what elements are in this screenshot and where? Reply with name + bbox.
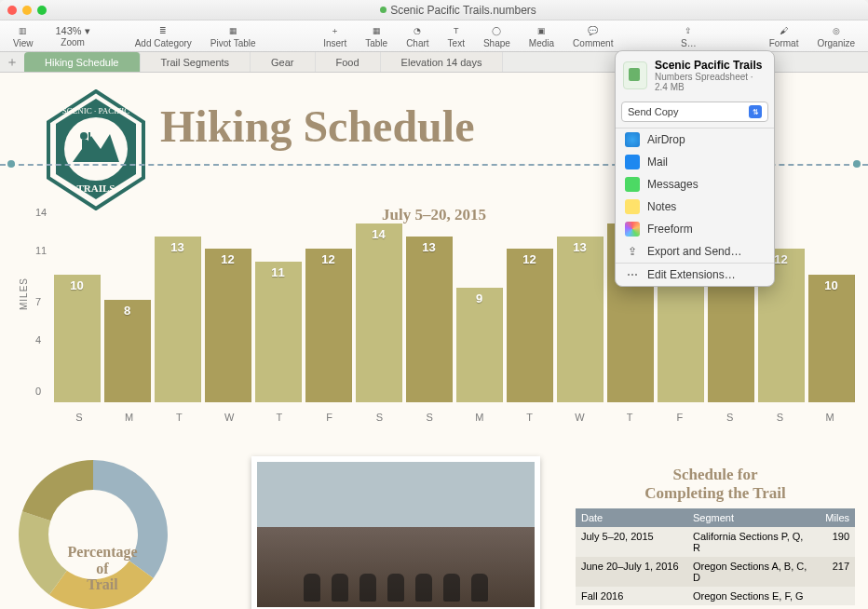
- guide-handle-right[interactable]: [853, 160, 861, 168]
- sheet-tab[interactable]: Hiking Schedule: [24, 52, 141, 72]
- schedule-table[interactable]: Date Segment Miles July 5–20, 2015Califo…: [576, 508, 855, 605]
- chart-bar[interactable]: 13: [557, 237, 604, 402]
- svg-point-1: [80, 132, 88, 140]
- window-minimize-button[interactable]: [22, 6, 32, 15]
- pivot-icon: ▦: [225, 23, 240, 38]
- table-row[interactable]: July 5–20, 2015California Sections P, Q,…: [576, 527, 855, 557]
- chart-bar[interactable]: 12: [305, 249, 352, 402]
- format-icon: 🖌: [777, 23, 792, 38]
- beach-photo[interactable]: [251, 456, 540, 609]
- bar-value-label: 10: [824, 278, 837, 292]
- chart-bar[interactable]: 12: [205, 249, 251, 402]
- table-button[interactable]: ▦ Table: [358, 23, 395, 48]
- x-tick: S: [54, 412, 104, 423]
- share-freeform[interactable]: Freeform: [616, 218, 774, 240]
- airdrop-icon: [625, 132, 640, 147]
- bar-value-label: 12: [321, 252, 334, 266]
- table-row[interactable]: June 20–July 1, 2016Oregon Sections A, B…: [576, 557, 855, 587]
- add-category-button[interactable]: ≣ Add Category: [128, 23, 199, 48]
- bar-value-label: 13: [422, 240, 435, 254]
- organize-button[interactable]: ◎ Organize: [809, 23, 862, 48]
- cell-date[interactable]: July 5–20, 2015: [576, 527, 687, 557]
- col-header-date[interactable]: Date: [576, 508, 687, 527]
- pie-chart[interactable]: Percentage of Trail: [9, 451, 196, 609]
- media-button[interactable]: ▣ Media: [522, 23, 562, 48]
- cell-miles[interactable]: 217: [814, 557, 855, 587]
- organize-icon: ◎: [829, 23, 844, 38]
- share-edit-extensions[interactable]: ⋯Edit Extensions…: [616, 264, 774, 286]
- col-header-miles[interactable]: Miles: [814, 508, 855, 527]
- chart-button[interactable]: ◔ Chart: [399, 23, 436, 48]
- share-messages[interactable]: Messages: [616, 173, 774, 196]
- cell-date[interactable]: Fall 2016: [576, 587, 687, 605]
- bar-value-label: 11: [271, 265, 284, 279]
- chart-y-axis-label: MILES: [19, 277, 29, 310]
- sheet-tab[interactable]: Food: [316, 52, 381, 72]
- bar-value-label: 12: [522, 252, 536, 266]
- text-button[interactable]: T Text: [441, 23, 472, 48]
- media-icon: ▣: [534, 23, 549, 38]
- chart-bar[interactable]: 10: [54, 275, 101, 402]
- share-airdrop[interactable]: AirDrop: [616, 129, 774, 151]
- x-tick: S: [404, 412, 454, 423]
- y-tick: 0: [35, 386, 41, 397]
- sheet-tab[interactable]: Gear: [251, 52, 315, 72]
- pivot-table-button[interactable]: ▦ Pivot Table: [203, 23, 264, 48]
- chart-bar[interactable]: 9: [456, 288, 503, 402]
- x-tick: T: [505, 412, 555, 423]
- pie-slice[interactable]: [22, 460, 93, 521]
- table-row[interactable]: Fall 2016Oregon Sections E, F, G: [576, 587, 855, 605]
- share-popover: Scenic Pacific Trails Numbers Spreadshee…: [615, 50, 775, 287]
- chart-bar[interactable]: 13: [406, 237, 453, 402]
- view-button[interactable]: ▥ View: [6, 23, 41, 48]
- share-export[interactable]: ⇪Export and Send…: [616, 240, 774, 263]
- share-button[interactable]: ⇪ S…: [673, 23, 704, 48]
- cell-date[interactable]: June 20–July 1, 2016: [576, 557, 687, 587]
- sheet-tab[interactable]: Trail Segments: [141, 52, 251, 72]
- guide-handle-left[interactable]: [7, 160, 15, 168]
- share-doc-subtitle: Numbers Spreadsheet · 2.4 MB: [655, 72, 766, 92]
- x-tick: M: [454, 412, 505, 423]
- x-tick: S: [355, 412, 405, 423]
- share-mode-select[interactable]: Send Copy ⇅: [621, 102, 768, 122]
- share-icon: ⇪: [681, 23, 696, 38]
- x-tick: M: [805, 412, 855, 423]
- y-tick: 7: [35, 296, 41, 307]
- x-tick: F: [655, 412, 705, 423]
- chart-bar[interactable]: 8: [104, 300, 151, 402]
- comment-icon: 💬: [586, 23, 601, 38]
- shape-button[interactable]: ◯ Shape: [476, 23, 518, 48]
- chart-bar[interactable]: 14: [356, 223, 402, 402]
- format-button[interactable]: 🖌 Format: [762, 23, 807, 48]
- cell-miles[interactable]: 190: [814, 527, 855, 557]
- zoom-selector[interactable]: 143% ▾ Zoom: [45, 25, 102, 47]
- window-zoom-button[interactable]: [37, 6, 47, 15]
- cell-segment[interactable]: California Sections P, Q, R: [687, 527, 814, 557]
- x-tick: F: [305, 412, 355, 423]
- insert-button[interactable]: ＋ Insert: [316, 23, 354, 48]
- insert-icon: ＋: [328, 23, 343, 38]
- chart-bar[interactable]: 11: [255, 262, 302, 402]
- cell-segment[interactable]: Oregon Sections E, F, G: [687, 587, 814, 605]
- bar-value-label: 12: [221, 252, 234, 266]
- chart-icon: ◔: [410, 23, 425, 38]
- bar-value-label: 9: [476, 291, 482, 305]
- table-icon: ▦: [369, 23, 384, 38]
- page-title: Hiking Schedule: [160, 101, 474, 152]
- chart-bar[interactable]: 10: [808, 275, 855, 402]
- comment-button[interactable]: 💬 Comment: [565, 23, 620, 48]
- toolbar: ▥ View 143% ▾ Zoom ≣ Add Category ▦ Pivo…: [0, 20, 868, 52]
- share-doc-title: Scenic Pacific Trails: [655, 59, 766, 72]
- share-notes[interactable]: Notes: [616, 196, 774, 218]
- bar-value-label: 14: [372, 227, 385, 241]
- share-doc-thumbnail-icon: [623, 61, 647, 89]
- col-header-segment[interactable]: Segment: [687, 508, 814, 527]
- add-sheet-button[interactable]: ＋: [0, 54, 24, 71]
- chart-bar[interactable]: 13: [155, 237, 201, 402]
- cell-miles[interactable]: [814, 587, 855, 605]
- window-close-button[interactable]: [7, 6, 17, 15]
- cell-segment[interactable]: Oregon Sections A, B, C, D: [687, 557, 814, 587]
- share-mail[interactable]: Mail: [616, 151, 774, 173]
- chart-bar[interactable]: 12: [507, 249, 553, 402]
- sheet-tab[interactable]: Elevation 14 days: [381, 52, 504, 72]
